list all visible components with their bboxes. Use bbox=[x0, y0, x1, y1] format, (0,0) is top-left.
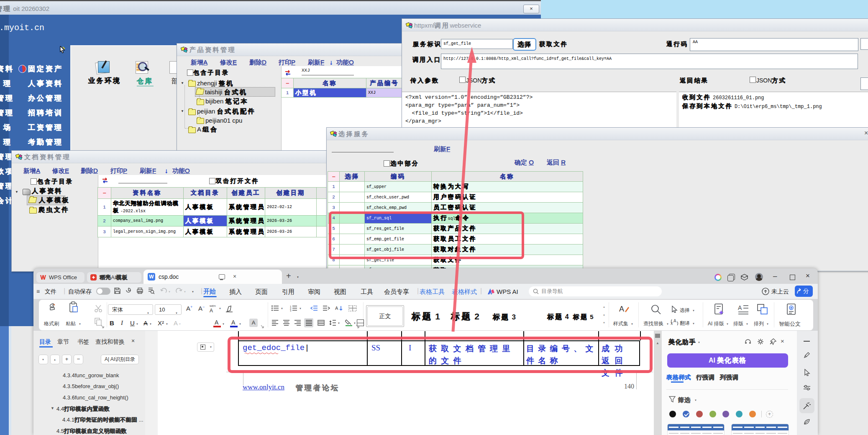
svg-text:A: A bbox=[673, 319, 676, 323]
svg-text:3: 3 bbox=[290, 309, 292, 311]
svg-text:A: A bbox=[619, 305, 624, 313]
svg-text:A: A bbox=[738, 304, 742, 311]
svg-text:A: A bbox=[335, 306, 338, 311]
